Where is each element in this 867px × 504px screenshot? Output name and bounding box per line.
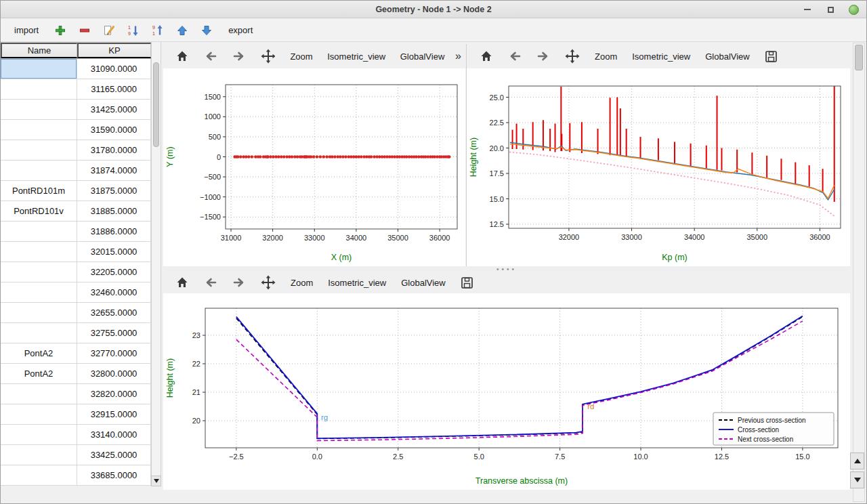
forward-button[interactable] — [228, 47, 250, 66]
global-view-button[interactable]: GlobalView — [701, 47, 754, 66]
cell-kp[interactable]: 33425.0000 — [77, 445, 151, 465]
table-row[interactable]: 33425.0000 — [1, 445, 151, 465]
isometric-view-button[interactable]: Isometric_view — [628, 47, 694, 66]
table-scrollbar-thumb[interactable] — [153, 62, 159, 147]
zoom-button[interactable]: Zoom — [287, 273, 317, 292]
cell-name[interactable] — [1, 445, 77, 465]
cell-name[interactable] — [1, 140, 77, 161]
cell-kp[interactable]: 31780.0000 — [77, 140, 151, 161]
cell-kp[interactable]: 31886.0000 — [77, 222, 151, 242]
cell-kp[interactable]: 32205.0000 — [77, 262, 151, 282]
cell-kp[interactable]: 32015.0000 — [77, 242, 151, 262]
edit-button[interactable] — [101, 22, 117, 39]
scroll-down-button[interactable] — [850, 471, 864, 488]
table-row[interactable]: 33140.0000 — [1, 425, 151, 445]
back-button[interactable] — [200, 273, 221, 292]
cell-name[interactable] — [1, 323, 77, 343]
right-scrollbar[interactable] — [853, 43, 865, 502]
toolbar-overflow-button[interactable]: » — [455, 50, 461, 62]
table-row[interactable]: 32915.0000 — [1, 404, 151, 425]
minimize-button[interactable] — [801, 3, 813, 16]
xy-plot-canvas[interactable]: 310003200033000340003500036000−1500−1000… — [163, 68, 465, 266]
column-header-kp[interactable]: KP — [77, 43, 151, 58]
move-up-button[interactable] — [174, 22, 190, 39]
cell-name[interactable]: PontA2 — [1, 343, 77, 364]
column-header-name[interactable]: Name — [1, 43, 77, 58]
cross-section-canvas[interactable]: −2.50.02.55.07.510.012.515.020212223Tran… — [163, 293, 850, 490]
pan-button[interactable] — [561, 47, 584, 66]
table-row[interactable]: 31090.0000 — [1, 59, 151, 79]
zoom-button[interactable]: Zoom — [591, 47, 621, 66]
cell-name[interactable] — [1, 384, 77, 404]
table-row[interactable]: 33685.0000 — [1, 465, 151, 486]
cell-kp[interactable]: 31165.0000 — [77, 79, 151, 100]
cell-kp[interactable]: 32755.0000 — [77, 323, 151, 343]
isometric-view-button[interactable]: Isometric_view — [324, 47, 389, 66]
cell-kp[interactable]: 32460.0000 — [77, 282, 151, 303]
cell-kp[interactable]: 31875.0000 — [77, 181, 151, 201]
global-view-button[interactable]: GlobalView — [396, 47, 448, 66]
cell-name[interactable] — [1, 282, 77, 303]
profile-plot-canvas[interactable]: 320003300034000350003600012.515.017.520.… — [467, 68, 850, 266]
cell-kp[interactable]: 31590.0000 — [77, 120, 151, 140]
table-row[interactable]: 31780.0000 — [1, 140, 151, 161]
home-button[interactable] — [171, 273, 193, 292]
remove-row-button[interactable] — [77, 22, 93, 39]
cell-name[interactable] — [1, 465, 77, 486]
move-down-button[interactable] — [198, 22, 215, 39]
zoom-button[interactable]: Zoom — [286, 47, 316, 66]
pan-button[interactable] — [257, 47, 280, 66]
table-row[interactable]: 32205.0000 — [1, 262, 151, 282]
table-row[interactable]: 32460.0000 — [1, 282, 151, 303]
home-button[interactable] — [475, 47, 497, 66]
cell-kp[interactable]: 33685.0000 — [77, 465, 151, 486]
table-row[interactable]: 31425.0000 — [1, 100, 151, 120]
cell-kp[interactable]: 32915.0000 — [77, 404, 151, 425]
cell-name[interactable] — [1, 100, 77, 120]
back-button[interactable] — [504, 47, 526, 66]
cell-kp[interactable]: 33140.0000 — [77, 425, 151, 445]
scroll-up-button[interactable] — [850, 453, 864, 469]
table-row[interactable]: PontA232770.0000 — [1, 343, 151, 364]
cell-name[interactable] — [1, 262, 77, 282]
table-row[interactable]: PontA232800.0000 — [1, 364, 151, 384]
cell-kp[interactable]: 32770.0000 — [77, 343, 151, 364]
cell-name[interactable]: PontRD101m — [1, 181, 77, 201]
isometric-view-button[interactable]: Isometric_view — [324, 273, 390, 292]
table-row[interactable]: 31874.0000 — [1, 161, 151, 181]
table-row[interactable]: 32820.0000 — [1, 384, 151, 404]
export-button[interactable]: export — [223, 25, 258, 35]
forward-button[interactable] — [532, 47, 554, 66]
cell-name[interactable] — [1, 59, 77, 79]
cell-name[interactable] — [1, 242, 77, 262]
table-row[interactable]: 32755.0000 — [1, 323, 151, 343]
vertical-splitter[interactable] — [466, 44, 467, 266]
cell-name[interactable]: PontRD101v — [1, 201, 77, 222]
sort-descending-button[interactable]: 19 — [125, 22, 142, 39]
cell-name[interactable] — [1, 161, 77, 181]
cell-kp[interactable]: 32800.0000 — [77, 364, 151, 384]
table-row[interactable]: 31165.0000 — [1, 79, 151, 100]
table-row[interactable]: 32655.0000 — [1, 303, 151, 323]
titlebar[interactable]: Geometry - Node 1 -> Node 2 — [1, 1, 866, 18]
table-row[interactable]: PontRD101v31885.0000 — [1, 201, 151, 222]
import-button[interactable]: import — [9, 25, 44, 35]
cell-name[interactable]: PontA2 — [1, 364, 77, 384]
home-button[interactable] — [171, 47, 193, 66]
table-row[interactable]: 31590.0000 — [1, 120, 151, 140]
table-row[interactable]: 32015.0000 — [1, 242, 151, 262]
cell-kp[interactable]: 31090.0000 — [77, 59, 151, 79]
sort-ascending-button[interactable]: 91 — [150, 22, 166, 39]
forward-button[interactable] — [228, 273, 250, 292]
cell-name[interactable] — [1, 303, 77, 323]
cell-kp[interactable]: 32820.0000 — [77, 384, 151, 404]
cell-name[interactable] — [1, 120, 77, 140]
add-row-button[interactable] — [52, 22, 68, 39]
cell-name[interactable] — [1, 79, 77, 100]
save-figure-button[interactable] — [457, 273, 478, 292]
cell-kp[interactable]: 31425.0000 — [77, 100, 151, 120]
table-row[interactable]: 31886.0000 — [1, 222, 151, 242]
cell-kp[interactable]: 31885.0000 — [77, 201, 151, 222]
cell-name[interactable] — [1, 404, 77, 425]
save-figure-button[interactable] — [761, 47, 782, 66]
